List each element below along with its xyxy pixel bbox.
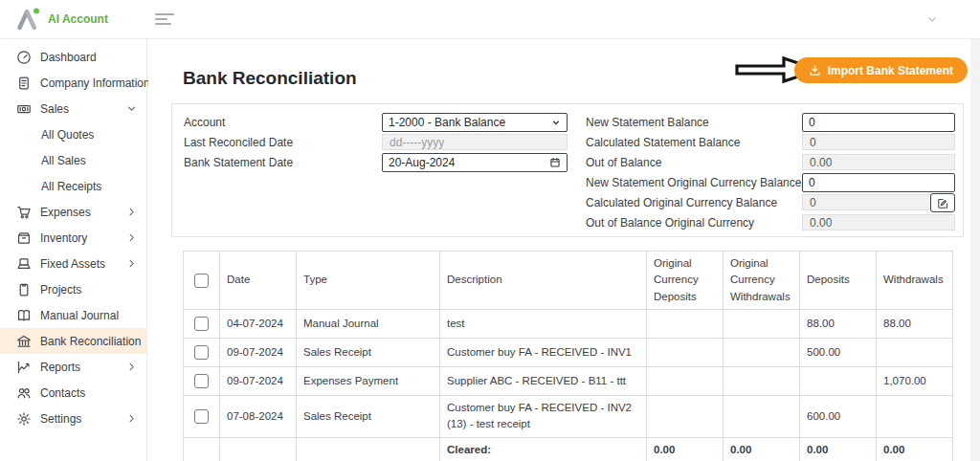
table-cell [184,437,220,461]
profile-chevron-down-icon[interactable] [926,13,938,25]
sidebar-item-label: Fixed Assets [40,257,105,271]
app-logo[interactable]: AI Account [0,7,142,32]
form-row-account: Account1-2000 - Bank Balance [184,113,568,131]
sidebar-item-all-receipts[interactable]: All Receipts [0,173,146,199]
form-row-calculated-original-currency-balance: Calculated Original Currency Balance0 [586,193,955,211]
column-header-date: Date [220,252,297,310]
table-row: 04-07-2024Manual Journaltest88.0088.00 [184,310,953,339]
table-row: 07-08-2024Sales ReceiptCustomer buy FA -… [184,396,953,438]
table-cell: Supplier ABC - RECEIVED - B11 - ttt [440,367,647,396]
account-select[interactable]: 1-2000 - Bank Balance [382,113,568,132]
transactions-table: DateTypeDescriptionOriginal Currency Dep… [183,251,953,461]
page-right-gutter [970,39,980,461]
brand-logo-icon [15,7,41,32]
settings-icon [16,411,32,427]
table-cell: Manual Journal [297,310,440,339]
bank-icon [16,334,32,349]
field-label: Last Reconciled Date [184,136,382,149]
table-cell: test [440,310,647,339]
row-checkbox[interactable] [194,317,209,331]
form-row-last-reconciled-date: Last Reconciled Datedd-----yyyy [184,133,568,151]
sidebar-item-label: Company Information [40,77,150,90]
sidebar-item-label: Expenses [40,206,91,219]
table-footer-cell: 0.00 [877,437,953,461]
field-label: Out of Balance [586,156,802,169]
new-statement-original-currency-balance-field[interactable]: 0 [802,173,955,192]
sidebar-item-dashboard[interactable]: Dashboard [0,44,146,70]
select-all-checkbox[interactable] [194,274,209,288]
calendar-icon[interactable] [549,157,561,168]
sidebar-item-inventory[interactable]: Inventory [0,225,146,251]
table-cell: 09-07-2024 [220,339,297,367]
table-cell: Customer buy FA - RECEIVED - INV2 (13) -… [440,396,647,438]
sidebar-item-all-quotes[interactable]: All Quotes [0,121,146,147]
field-value: 0.00 [810,216,832,230]
field-value: 0 [810,196,816,209]
sidebar-item-reports[interactable]: Reports [0,354,146,380]
field-label: Account [184,116,382,129]
field-label: Out of Balance Original Currency [586,216,802,230]
table-row: 09-07-2024Sales ReceiptCustomer buy FA -… [184,339,953,367]
chevron-down-icon [126,103,137,114]
dashboard-icon [16,50,32,65]
form-row-calculated-statement-balance: Calculated Statement Balance0 [586,133,955,151]
bank-statement-date-field[interactable]: 20-Aug-2024 [382,153,568,172]
sidebar-item-sales[interactable]: Sales [0,96,146,121]
table-cell [724,396,800,438]
row-checkbox[interactable] [194,374,209,388]
top-bar: AI Account [0,0,980,39]
sidebar-item-projects[interactable]: Projects [0,276,146,302]
row-checkbox[interactable] [194,345,209,360]
new-statement-balance-field[interactable]: 0 [802,113,955,132]
sidebar-item-company-information[interactable]: Company Information [0,70,146,96]
sidebar-item-expenses[interactable]: Expenses [0,199,146,225]
manual-journal-icon [16,308,32,323]
table-cell: Customer buy FA - RECEIVED - INV1 [440,339,647,367]
sidebar-item-all-sales[interactable]: All Sales [0,147,146,173]
chevron-right-icon [126,207,137,217]
chevron-right-icon [126,362,137,372]
sales-icon [16,101,32,117]
sidebar-item-label: Inventory [40,231,87,245]
field-value: 0 [809,176,815,189]
table-cell [724,367,800,396]
table-header-row: DateTypeDescriptionOriginal Currency Dep… [184,252,953,310]
table-cell: Expenses Payment [297,367,440,396]
table-cell: Sales Receipt [297,396,440,438]
table-row: 09-07-2024Expenses PaymentSupplier ABC -… [184,367,953,396]
sidebar-item-bank-reconciliation[interactable]: Bank Reconciliation [0,328,146,354]
table-cell: 09-07-2024 [220,367,297,396]
sidebar-item-manual-journal[interactable]: Manual Journal [0,302,146,328]
table-cell [724,339,800,367]
out-of-balance-original-currency-field: 0.00 [802,214,955,230]
edit-currency-balance-button[interactable] [930,193,955,212]
sidebar-item-fixed-assets[interactable]: Fixed Assets [0,251,146,276]
table-cell [724,310,800,339]
row-checkbox[interactable] [194,409,209,424]
form-row-bank-statement-date: Bank Statement Date20-Aug-2024 [184,153,568,171]
field-value: 20-Aug-2024 [389,156,455,169]
table-cell: 500.00 [800,339,877,367]
import-button-label: Import Bank Statement [828,64,953,77]
sidebar-item-contacts[interactable]: Contacts [0,380,146,406]
sidebar-item-label: Contacts [40,386,85,400]
field-value: 0.00 [810,156,832,169]
company-info-icon [16,76,32,91]
table-footer-cell: 0.00 [647,437,724,461]
sidebar: DashboardCompany InformationSalesAll Quo… [0,39,147,461]
table-cell [877,339,953,367]
menu-toggle-icon[interactable] [151,10,178,29]
field-label: Bank Statement Date [184,156,382,169]
reconciliation-form: Account1-2000 - Bank BalanceLast Reconci… [171,103,964,237]
import-bank-statement-button[interactable]: Import Bank Statement [794,57,968,83]
table-cell [800,367,877,396]
table-footer-cell [297,437,440,461]
sidebar-item-settings[interactable]: Settings [0,406,146,431]
calculated-statement-balance-field: 0 [802,134,955,150]
expenses-icon [16,205,32,220]
sidebar-item-label: All Sales [41,154,86,167]
sidebar-item-label: Dashboard [40,51,97,64]
table-cell [647,367,724,396]
field-value: 0 [809,116,815,129]
page-title: Bank Reconciliation [183,68,357,89]
